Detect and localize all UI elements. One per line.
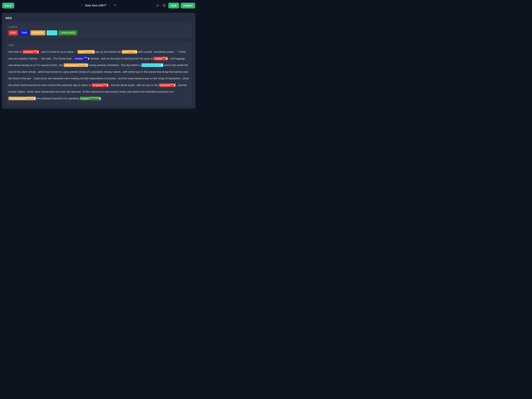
label-chip-language[interactable]: LANGUAGE bbox=[58, 30, 77, 35]
header-right: SKIP SUBMIT bbox=[131, 3, 195, 8]
text-heading: TEXT bbox=[8, 44, 189, 46]
entity-remove-icon[interactable] bbox=[37, 51, 38, 53]
item-title: Data Item 24977 bbox=[85, 4, 106, 7]
entity-text: Frenchwoman bbox=[9, 97, 26, 100]
back-button[interactable]: BACK bbox=[2, 3, 14, 8]
entity-text: English bbox=[81, 97, 89, 100]
entity-text: Channel bbox=[160, 84, 170, 87]
label-chip-time[interactable]: TIME bbox=[19, 30, 29, 35]
undo-icon bbox=[163, 4, 166, 7]
entity-tag: PERSON bbox=[128, 50, 135, 52]
entity-remove-icon[interactable] bbox=[88, 58, 89, 60]
skip-forward-icon bbox=[114, 4, 117, 7]
entity-tag: TIME bbox=[83, 57, 88, 59]
prev-item-button[interactable] bbox=[81, 4, 83, 7]
entity-span[interactable]: EnglandGPE bbox=[92, 83, 108, 87]
skip-button[interactable]: SKIP bbox=[168, 3, 179, 8]
entity-tag: PERSON bbox=[27, 97, 34, 99]
text-panel: TEXT And here is HendonGPE , and it is t… bbox=[6, 41, 192, 105]
panel-title: NER bbox=[6, 17, 192, 20]
entity-span[interactable]: HendonGPE bbox=[23, 50, 39, 54]
entity-span[interactable]: EnglishLANGUAGE bbox=[80, 97, 101, 100]
entity-tag: GPE bbox=[103, 83, 106, 85]
entity-span[interactable]: auntPERSON bbox=[122, 50, 137, 54]
entity-span[interactable]: ChannelGPE bbox=[159, 83, 176, 87]
entity-remove-icon[interactable] bbox=[107, 84, 108, 86]
entity-text: aunt bbox=[123, 50, 128, 53]
entity-tag: GPE bbox=[170, 83, 174, 85]
entity-remove-icon[interactable] bbox=[162, 64, 163, 66]
entity-text: England bbox=[93, 84, 102, 87]
header-left: BACK bbox=[2, 3, 66, 8]
labels-row: GPETIMEPERSONDATELANGUAGE bbox=[8, 30, 189, 35]
entity-span[interactable]: passengersPERSON bbox=[64, 63, 88, 67]
entity-tag: PERSON bbox=[79, 63, 86, 65]
label-chip-gpe[interactable]: GPE bbox=[8, 30, 18, 35]
label-chip-date[interactable]: DATE bbox=[47, 30, 57, 35]
labels-panel: LABELS GPETIMEPERSONDATELANGUAGE bbox=[6, 23, 192, 38]
entity-span[interactable]: midsummerDATE bbox=[141, 63, 163, 67]
labels-heading: LABELS bbox=[8, 26, 189, 28]
entity-span[interactable]: CalaisGPE bbox=[154, 57, 168, 60]
magic-wand-button[interactable] bbox=[155, 3, 160, 8]
entity-text: Daisy bbox=[78, 50, 85, 53]
last-item-button[interactable] bbox=[114, 4, 117, 7]
entity-text: Calais bbox=[154, 57, 162, 60]
entity-tag: LANGUAGE bbox=[89, 97, 99, 99]
entity-remove-icon[interactable] bbox=[93, 51, 94, 53]
entity-remove-icon[interactable] bbox=[99, 98, 100, 100]
entity-span[interactable]: DaisyPERSON bbox=[78, 50, 95, 54]
magic-wand-icon bbox=[156, 4, 159, 7]
entity-text: midday bbox=[75, 57, 83, 60]
entity-text: midsummer bbox=[142, 64, 156, 67]
entity-remove-icon[interactable] bbox=[174, 84, 175, 86]
undo-button[interactable] bbox=[162, 3, 167, 8]
chevron-left-icon bbox=[81, 4, 83, 7]
next-item-button[interactable] bbox=[108, 4, 111, 7]
main-panel: NER LABELS GPETIMEPERSONDATELANGUAGE TEX… bbox=[2, 13, 196, 109]
entity-remove-icon[interactable] bbox=[136, 51, 137, 53]
entity-tag: GPE bbox=[162, 57, 166, 59]
entity-tag: GPE bbox=[33, 50, 37, 52]
entity-tag: PERSON bbox=[86, 50, 93, 52]
submit-button[interactable]: SUBMIT bbox=[181, 3, 195, 8]
entity-span[interactable]: FrenchwomanPERSON bbox=[8, 97, 36, 100]
label-chip-person[interactable]: PERSON bbox=[31, 30, 45, 35]
header-center: Data Item 24977 bbox=[66, 4, 131, 7]
chevron-right-icon bbox=[108, 4, 111, 7]
entity-remove-icon[interactable] bbox=[86, 64, 87, 66]
entity-remove-icon[interactable] bbox=[166, 58, 167, 60]
entity-span[interactable]: middayTIME bbox=[74, 57, 90, 60]
entity-tag: DATE bbox=[157, 63, 161, 65]
header-bar: BACK Data Item 24977 SKIP SUBMIT bbox=[0, 0, 197, 11]
entity-text: Hendon bbox=[24, 50, 33, 53]
text-body[interactable]: And here is HendonGPE , and it is time f… bbox=[8, 49, 189, 102]
entity-remove-icon[interactable] bbox=[34, 98, 35, 100]
entity-text: passengers bbox=[65, 64, 78, 67]
